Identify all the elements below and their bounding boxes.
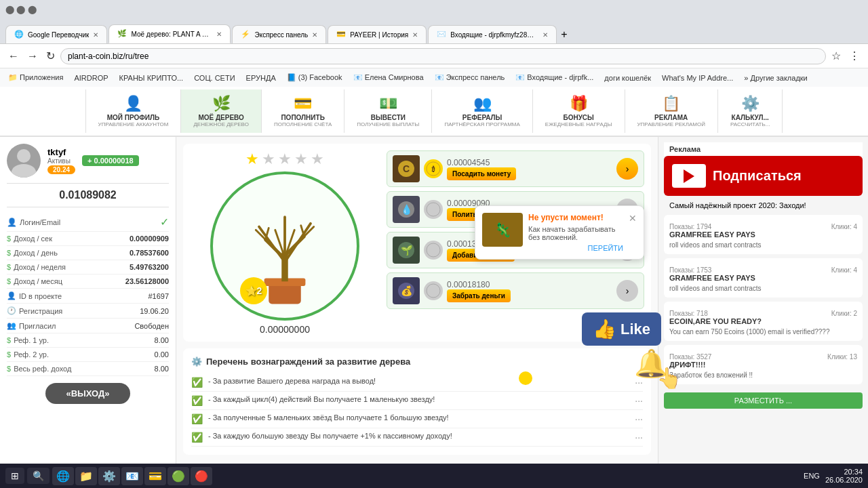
notif-link[interactable]: ПЕРЕЙТИ [528, 244, 623, 252]
taskbar-mail[interactable]: 📧 [121, 467, 143, 485]
bookmark-inbox[interactable]: 📧 Входящие - djrpfk... [513, 72, 596, 83]
nav-sub-referrals: ПАРТНЁРСКАЯ ПРОГРАММА [444, 121, 519, 127]
tab-close-4[interactable]: ✕ [412, 31, 418, 39]
logout-button[interactable]: «ВЫХОД» [45, 383, 130, 404]
bookmark-express[interactable]: 📧 Экспресс панель [432, 72, 508, 83]
bookmark-apps[interactable]: 📁 Приложения [5, 72, 66, 83]
reward-text-1: - За развитие Вашего дерева награда на в… [208, 377, 376, 385]
nav-item-withdraw[interactable]: 💵 ВЫВЕСТИ ПОЛУЧЕНИЕ ВЫПЛАТЫ [344, 89, 432, 133]
bookmark-doge[interactable]: доги кошелёк [601, 73, 654, 83]
referrals-icon: 👥 [473, 95, 492, 113]
taskbar-app1[interactable]: 🟢 [167, 467, 189, 485]
bookmark-crypto[interactable]: КРАНЫ КРИПТО... [117, 73, 186, 83]
nav-item-tree[interactable]: 🌿 МОЁ ДЕРЕВО ДЕНЕЖНОЕ ДЕРЕВО [181, 89, 262, 133]
stat-income-sec: $ Доход / сек 0.00000909 [7, 232, 169, 246]
place-ad-button[interactable]: РАЗМЕСТИТЬ ... [664, 392, 863, 409]
ad-title-2[interactable]: GRAMFREE EASY PAYS [669, 274, 857, 282]
tab-google-translate[interactable]: 🌐 Google Переводчик ✕ [5, 25, 107, 43]
reload-button[interactable]: ↻ [43, 47, 58, 65]
window-controls: ⬤ ⬤ ⬤ [5, 5, 37, 14]
tab-favicon-5: ✉️ [437, 30, 446, 39]
youtube-banner[interactable]: Подписаться [664, 156, 863, 196]
tab-label-1: Google Переводчик [28, 31, 89, 39]
nav-item-referrals[interactable]: 👥 РЕФЕРАЛЫ ПАРТНЁРСКАЯ ПРОГРАММА [432, 89, 532, 133]
taskbar-folder[interactable]: 📁 [75, 467, 97, 485]
stat-income-month: $ Доход / месяц 23.56128000 [7, 274, 169, 289]
ad-title-1[interactable]: GRAMFREE EASY PAYS [669, 230, 857, 239]
nav-item-ads[interactable]: 📋 РЕКЛАМА УПРАВЛЕНИЕ РЕКЛАМОЙ [625, 89, 718, 133]
ref-total-icon: $ [7, 365, 11, 373]
stat-income-week: $ Доход / неделя 5.49763200 [7, 260, 169, 274]
stat-ref1: $ Реф. 1 ур. 8.00 [7, 333, 169, 348]
bookmark-social[interactable]: СОЦ. СЕТИ [191, 73, 237, 83]
collect-money-button[interactable]: Забрать деньги [447, 289, 511, 302]
like-text: Like [620, 321, 650, 338]
extensions-button[interactable]: ⋮ [846, 47, 863, 65]
svg-point-26 [427, 243, 440, 257]
nav-sub-withdraw: ПОЛУЧЕНИЕ ВЫПЛАТЫ [357, 121, 419, 127]
bookmark-fb[interactable]: 📘 (3) Facebook [284, 72, 345, 83]
id-icon: 👤 [7, 291, 16, 300]
bookmark-airdrop[interactable]: AIRDROP [71, 73, 111, 83]
nav-item-calc[interactable]: ⚙️ КАЛЬКУЛ... РАССЧИТАТЬ... [718, 89, 783, 133]
nav-sub-ads: УПРАВЛЕНИЕ РЕКЛАМОЙ [637, 121, 705, 127]
address-bar[interactable] [60, 48, 826, 64]
taskbar: ⊞ 🔍 🌐 📁 ⚙️ 📧 💳 🟢 🔴 ENG 20:34 26.06.2020 [0, 464, 868, 488]
reg-icon: 🕐 [7, 306, 16, 315]
reward-dots-3[interactable]: ··· [635, 413, 643, 424]
bookmark-ip[interactable]: What's My IP Addre... [659, 73, 736, 83]
rewards-title-text: Перечень вознаграждений за развитие дере… [206, 357, 410, 367]
ad-item-4: Показы: 3527 Клики: 13 ДРИФТ!!!! Заработ… [664, 345, 863, 384]
new-tab-button[interactable]: + [558, 26, 570, 43]
tab-close-2[interactable]: ✕ [216, 30, 222, 38]
svg-text:💰: 💰 [401, 285, 413, 297]
tab-express[interactable]: ⚡ Экспресс панель ✕ [232, 25, 326, 43]
action-arrow-1[interactable]: › [616, 158, 638, 180]
level-badge: 20.24 [47, 165, 75, 174]
taskbar-settings[interactable]: ⚙️ [98, 467, 120, 485]
nav-item-profile[interactable]: 👤 МОЙ ПРОФИЛЬ УПРАВЛЕНИЕ АККАУНТОМ [85, 89, 182, 133]
bookmark-erunda[interactable]: ЕРУНДА [243, 73, 279, 83]
bookmark-elena[interactable]: 📧 Елена Смирнова [351, 72, 427, 83]
taskbar-search-button[interactable]: 🔍 [27, 468, 50, 484]
nav-item-deposit[interactable]: 💳 ПОПОЛНИТЬ ПОПОЛНЕНИЕ СЧЁТА [262, 89, 344, 133]
forward-button[interactable]: → [24, 47, 41, 65]
ad-item-3: Показы: 718 Клики: 2 ECOIN,ARE YOU READY… [664, 302, 863, 341]
taskbar-browser[interactable]: 🌐 [52, 467, 74, 485]
action-arrow-4[interactable]: › [616, 280, 638, 302]
tab-label-3: Экспресс панель [254, 31, 308, 39]
tab-mail[interactable]: ✉️ Входящие - djrpfkmyfz28@gmo... ✕ [428, 25, 557, 43]
svg-line-9 [285, 224, 311, 262]
like-overlay[interactable]: 👍 Like [582, 312, 661, 346]
ad-title-3[interactable]: ECOIN,ARE YOU READY? [669, 317, 857, 325]
notif-title: Не упусти момент! [528, 213, 623, 222]
tab-close-3[interactable]: ✕ [312, 31, 317, 39]
tab-payeer[interactable]: 💳 PAYEER | История ✕ [328, 25, 427, 43]
start-button[interactable]: ⊞ [5, 468, 24, 484]
notif-close-button[interactable]: ✕ [629, 213, 637, 224]
bookmark-button[interactable]: ☆ [829, 47, 844, 65]
action-info-1: 0.00004545 Посадить монету [447, 158, 612, 180]
ad-title-4[interactable]: ДРИФТ!!!! [669, 361, 857, 369]
back-button[interactable]: ← [5, 47, 22, 65]
thumbs-up-icon: 👍 [593, 318, 616, 340]
tab-plant-coin[interactable]: 🌿 Моё дерево: PLANT A COIN ✕ [108, 24, 231, 43]
coin-icon-1: ₿ [424, 159, 443, 178]
login-check-icon: ✓ [160, 216, 169, 228]
taskbar-wallet[interactable]: 💳 [144, 467, 166, 485]
action-info-4: 0.00018180 Забрать деньги [447, 280, 612, 302]
profile-icon: 👤 [124, 95, 142, 113]
ad-text-block: Самый надёжный проект 2020: Заходи! [664, 196, 863, 215]
plant-coin-button[interactable]: Посадить монету [447, 167, 516, 180]
hand-animation: 👆 [656, 366, 682, 390]
tree-star-number: ⭐2 [245, 285, 262, 296]
tab-close-1[interactable]: ✕ [93, 31, 98, 39]
reward-dots-2[interactable]: ··· [635, 395, 643, 406]
taskbar-app2[interactable]: 🔴 [191, 467, 212, 485]
svg-text:💧: 💧 [401, 204, 413, 216]
tab-close-5[interactable]: ✕ [542, 31, 548, 39]
bookmark-other[interactable]: » Другие закладки [741, 73, 810, 83]
nav-item-bonuses[interactable]: 🎁 БОНУСЫ ЕЖЕДНЕВНЫЕ НАГРАДЫ [533, 89, 625, 133]
reward-dots-4[interactable]: ··· [635, 432, 643, 443]
calc-icon: ⚙️ [741, 95, 760, 113]
